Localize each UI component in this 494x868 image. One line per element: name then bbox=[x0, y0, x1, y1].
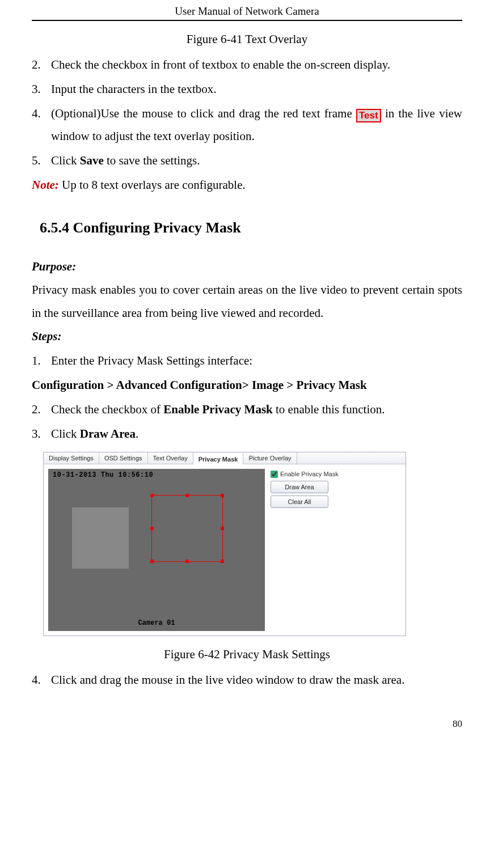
section-heading-6-5-4: 6.5.4 Configuring Privacy Mask bbox=[40, 214, 462, 243]
tab-privacy-mask[interactable]: Privacy Mask bbox=[193, 453, 244, 464]
resize-handle-icon[interactable] bbox=[185, 560, 189, 563]
enable-privacy-mask-checkbox[interactable] bbox=[271, 471, 278, 478]
list-number: 3. bbox=[32, 422, 51, 446]
list-item: 1. Enter the Privacy Mask Settings inter… bbox=[32, 349, 462, 372]
figure-caption-6-41: Figure 6-41 Text Overlay bbox=[32, 28, 462, 51]
steps-list-a: 2. Check the checkbox in front of textbo… bbox=[32, 53, 462, 173]
osd-camera-name: Camera 01 bbox=[138, 619, 175, 628]
text-pre: Click bbox=[51, 427, 80, 441]
resize-handle-icon[interactable] bbox=[150, 560, 154, 563]
list-item: 5. Click Save to save the settings. bbox=[32, 149, 462, 172]
list-item: 4. (Optional)Use the mouse to click and … bbox=[32, 102, 462, 149]
list-item: 3. Click Draw Area. bbox=[32, 422, 462, 446]
list-text: Enter the Privacy Mask Settings interfac… bbox=[51, 349, 462, 372]
bold-text: Enable Privacy Mask bbox=[163, 403, 273, 416]
text-pre: Check the checkbox of bbox=[51, 403, 163, 416]
tab-text-overlay[interactable]: Text Overlay bbox=[148, 452, 193, 464]
list-item: 2. Check the checkbox in front of textbo… bbox=[32, 53, 462, 77]
tab-display-settings[interactable]: Display Settings bbox=[44, 452, 99, 464]
page-number: 80 bbox=[32, 714, 462, 733]
text-post: . bbox=[136, 427, 138, 441]
list-text: (Optional)Use the mouse to click and dra… bbox=[51, 102, 462, 149]
clear-all-button[interactable]: Clear All bbox=[271, 496, 328, 508]
note-label: Note: bbox=[32, 178, 59, 192]
draw-selection-rect[interactable] bbox=[151, 495, 223, 562]
resize-handle-icon[interactable] bbox=[150, 527, 154, 530]
steps-list-b: 1. Enter the Privacy Mask Settings inter… bbox=[32, 349, 462, 372]
tab-bar: Display Settings OSD Settings Text Overl… bbox=[44, 452, 406, 464]
tab-osd-settings[interactable]: OSD Settings bbox=[99, 452, 148, 464]
figure-caption-6-42: Figure 6-42 Privacy Mask Settings bbox=[32, 643, 462, 666]
list-number: 4. bbox=[32, 102, 51, 149]
test-frame-icon: Test bbox=[356, 109, 381, 122]
privacy-mask-screenshot: Display Settings OSD Settings Text Overl… bbox=[43, 452, 406, 636]
list-number: 1. bbox=[32, 349, 51, 372]
resize-handle-icon[interactable] bbox=[185, 494, 189, 497]
steps-list-b-cont: 2. Check the checkbox of Enable Privacy … bbox=[32, 398, 462, 446]
list-text: Check the checkbox in front of textbox t… bbox=[51, 53, 462, 77]
purpose-label: Purpose: bbox=[32, 255, 462, 278]
checkbox-label: Enable Privacy Mask bbox=[280, 470, 339, 478]
list-item: 4. Click and drag the mouse in the live … bbox=[32, 668, 462, 692]
steps-label: Steps: bbox=[32, 325, 462, 348]
text-pre: (Optional)Use the mouse to click and dra… bbox=[51, 107, 356, 120]
list-number: 2. bbox=[32, 398, 51, 421]
list-text: Click Draw Area. bbox=[51, 422, 462, 446]
resize-handle-icon[interactable] bbox=[221, 560, 224, 563]
list-text: Check the checkbox of Enable Privacy Mas… bbox=[51, 398, 462, 421]
steps-list-b-cont2: 4. Click and drag the mouse in the live … bbox=[32, 668, 462, 692]
resize-handle-icon[interactable] bbox=[221, 494, 224, 497]
existing-mask-block bbox=[72, 507, 129, 569]
live-video-area[interactable]: 10-31-2013 Thu 10:56:10 Camera 01 bbox=[48, 469, 265, 631]
page-header: User Manual of Network Camera bbox=[32, 0, 462, 21]
bold-text: Save bbox=[80, 154, 104, 167]
list-item: 3. Input the characters in the textbox. bbox=[32, 78, 462, 101]
text-post: to enable this function. bbox=[273, 403, 385, 416]
list-text: Input the characters in the textbox. bbox=[51, 78, 462, 101]
list-text: Click and drag the mouse in the live vid… bbox=[51, 668, 462, 692]
note-text: Up to 8 text overlays are configurable. bbox=[59, 178, 246, 192]
list-number: 2. bbox=[32, 53, 51, 77]
tab-picture-overlay[interactable]: Picture Overlay bbox=[243, 452, 297, 464]
osd-timestamp: 10-31-2013 Thu 10:56:10 bbox=[53, 471, 153, 480]
right-panel: Enable Privacy Mask Draw Area Clear All bbox=[271, 469, 401, 510]
list-number: 4. bbox=[32, 668, 51, 692]
list-number: 3. bbox=[32, 78, 51, 101]
resize-handle-icon[interactable] bbox=[150, 494, 154, 497]
list-item: 2. Check the checkbox of Enable Privacy … bbox=[32, 398, 462, 421]
breadcrumb-path: Configuration > Advanced Configuration> … bbox=[32, 374, 462, 397]
purpose-text: Privacy mask enables you to cover certai… bbox=[32, 278, 462, 325]
text-post: to save the settings. bbox=[104, 154, 200, 167]
text-pre: Click bbox=[51, 154, 80, 167]
list-text: Click Save to save the settings. bbox=[51, 149, 462, 172]
note-line: Note: Up to 8 text overlays are configur… bbox=[32, 173, 462, 197]
enable-privacy-mask-row[interactable]: Enable Privacy Mask bbox=[271, 470, 401, 478]
ui-body: 10-31-2013 Thu 10:56:10 Camera 01 Enable… bbox=[44, 464, 406, 636]
list-number: 5. bbox=[32, 149, 51, 172]
draw-area-button[interactable]: Draw Area bbox=[271, 481, 328, 493]
resize-handle-icon[interactable] bbox=[221, 527, 224, 530]
bold-text: Draw Area bbox=[80, 427, 136, 441]
